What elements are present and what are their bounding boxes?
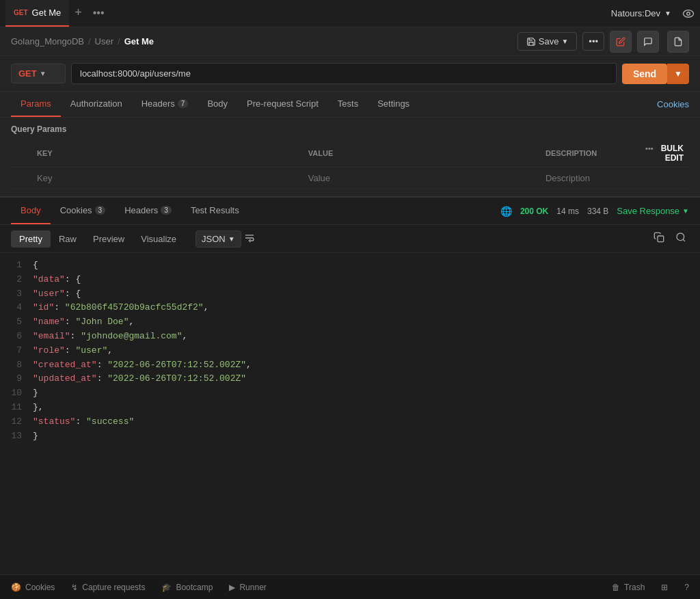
resp-tab-body[interactable]: Body xyxy=(11,198,51,224)
line-number: 1 xyxy=(11,258,33,273)
question-icon: ? xyxy=(684,583,689,592)
json-content: 1{2 "data": {3 "user": {4 "id": "62b806f… xyxy=(0,253,700,574)
breadcrumb-sep-1: / xyxy=(88,36,91,46)
eye-icon xyxy=(682,8,695,20)
response-meta: 🌐 200 OK 14 ms 334 B Save Response ▼ xyxy=(500,206,689,217)
breadcrumb-actions: Save ▼ ••• xyxy=(517,31,689,53)
line-number: 9 xyxy=(11,372,33,386)
tab-name: Get Me xyxy=(32,8,62,18)
json-line: 5 "name": "John Doe", xyxy=(11,315,689,330)
pencil-icon xyxy=(616,37,625,46)
json-view-tabs: Pretty Raw Preview Visualize JSON ▼ xyxy=(0,225,700,253)
save-icon xyxy=(526,37,536,46)
tab-authorization[interactable]: Authorization xyxy=(61,92,132,117)
line-number: 11 xyxy=(11,401,33,415)
send-button[interactable]: Send xyxy=(622,64,667,84)
response-size: 334 B xyxy=(587,207,608,216)
bottom-question[interactable]: ? xyxy=(684,583,689,592)
tab-settings[interactable]: Settings xyxy=(368,92,419,117)
bottom-runner[interactable]: ▶ Runner xyxy=(229,583,266,592)
line-content: "created_at": "2022-06-26T07:12:52.002Z"… xyxy=(33,358,689,373)
breadcrumb-part-2[interactable]: User xyxy=(95,36,113,46)
request-tabs: Params Authorization Headers 7 Body Pre-… xyxy=(0,92,700,118)
save-chevron-icon: ▼ xyxy=(561,38,568,45)
value-input[interactable] xyxy=(308,173,535,183)
svg-point-1 xyxy=(687,12,690,15)
line-content: }, xyxy=(33,401,689,415)
json-tab-visualize[interactable]: Visualize xyxy=(133,230,185,248)
edit-icon-btn[interactable] xyxy=(610,31,632,53)
tab-actions: Natours:Dev ▼ xyxy=(611,8,695,20)
tab-pre-request[interactable]: Pre-request Script xyxy=(237,92,328,117)
bottom-cookies[interactable]: 🍪 Cookies xyxy=(11,583,55,592)
tab-tests[interactable]: Tests xyxy=(328,92,368,117)
tab-headers[interactable]: Headers 7 xyxy=(132,92,198,117)
bottom-trash[interactable]: 🗑 Trash xyxy=(612,583,645,592)
method-selector[interactable]: GET ▼ xyxy=(11,64,66,83)
line-number: 13 xyxy=(11,429,33,444)
breadcrumb-current: Get Me xyxy=(124,36,154,46)
headers-resp-badge: 3 xyxy=(161,206,172,215)
line-number: 5 xyxy=(11,315,33,330)
url-input[interactable] xyxy=(71,63,617,84)
method-label: GET xyxy=(18,68,37,79)
tab-body[interactable]: Body xyxy=(198,92,237,117)
search-button[interactable] xyxy=(673,229,689,248)
desc-input[interactable] xyxy=(546,173,629,183)
line-number: 7 xyxy=(11,344,33,358)
bottom-capture[interactable]: ↯ Capture requests xyxy=(71,583,145,592)
cookies-icon: 🍪 xyxy=(11,583,21,592)
document-icon-btn[interactable] xyxy=(667,31,689,53)
bulk-edit-btn[interactable]: Bulk Edit xyxy=(661,144,684,163)
json-format-selector[interactable]: JSON ▼ xyxy=(196,230,241,248)
copy-button[interactable] xyxy=(651,229,667,248)
tab-params[interactable]: Params xyxy=(11,92,61,117)
line-content: "email": "johndoe@gmail.com", xyxy=(33,330,689,344)
query-params-title: Query Params xyxy=(11,124,689,134)
wrap-lines-button[interactable] xyxy=(241,230,258,248)
workspace-selector[interactable]: Natours:Dev ▼ xyxy=(611,8,671,18)
send-dropdown-button[interactable]: ▼ xyxy=(667,64,689,84)
json-tab-pretty[interactable]: Pretty xyxy=(11,230,51,248)
breadcrumb-part-1[interactable]: Golang_MongoDB xyxy=(11,36,84,46)
resp-tab-headers[interactable]: Headers 3 xyxy=(115,198,181,224)
tab-get-me[interactable]: GET Get Me xyxy=(5,0,69,27)
tab-more[interactable]: ••• xyxy=(88,0,110,27)
key-input[interactable] xyxy=(37,173,297,183)
resp-tab-cookies[interactable]: Cookies 3 xyxy=(51,198,116,224)
svg-point-4 xyxy=(677,233,684,241)
bottom-grid[interactable]: ⊞ xyxy=(661,583,668,592)
json-tab-raw[interactable]: Raw xyxy=(51,230,85,248)
breadcrumb-sep-2: / xyxy=(118,36,120,46)
cookies-link[interactable]: Cookies xyxy=(657,99,689,109)
line-content: "role": "user", xyxy=(33,344,689,358)
wrap-icon xyxy=(244,232,255,243)
eye-icon-btn[interactable] xyxy=(682,8,695,20)
json-line: 9 "updated_at": "2022-06-26T07:12:52.002… xyxy=(11,372,689,386)
save-response-button[interactable]: Save Response ▼ xyxy=(617,206,689,216)
save-response-chevron-icon: ▼ xyxy=(682,207,689,215)
more-actions-button[interactable]: ••• xyxy=(582,32,604,51)
line-number: 2 xyxy=(11,273,33,287)
json-tab-preview[interactable]: Preview xyxy=(85,230,133,248)
headers-badge: 7 xyxy=(178,99,189,108)
line-content: "id": "62b806f45720b9acfc55d2f2", xyxy=(33,301,689,315)
line-content: } xyxy=(33,429,689,444)
line-number: 4 xyxy=(11,301,33,315)
more-icon[interactable]: ••• xyxy=(645,144,654,152)
bottom-bootcamp[interactable]: 🎓 Bootcamp xyxy=(161,583,213,592)
comment-icon-btn[interactable] xyxy=(637,31,659,53)
runner-icon: ▶ xyxy=(229,583,235,592)
response-tabs-bar: Body Cookies 3 Headers 3 Test Results 🌐 … xyxy=(0,198,700,225)
workspace-name: Natours:Dev xyxy=(611,8,660,18)
bottom-bar: 🍪 Cookies ↯ Capture requests 🎓 Bootcamp … xyxy=(0,574,700,599)
status-badge: 200 OK xyxy=(520,207,548,216)
line-content: { xyxy=(33,258,689,273)
table-row xyxy=(11,168,689,189)
save-button[interactable]: Save ▼ xyxy=(517,32,578,51)
search-icon xyxy=(675,232,686,243)
resp-tab-test-results[interactable]: Test Results xyxy=(181,198,249,224)
tab-new[interactable]: + xyxy=(69,0,88,27)
col-key-header: KEY xyxy=(31,139,303,168)
url-bar: GET ▼ Send ▼ xyxy=(0,56,700,92)
